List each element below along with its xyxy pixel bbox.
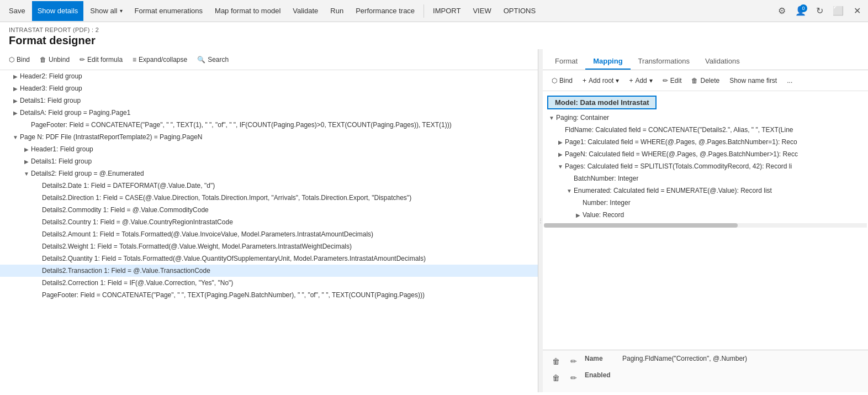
right-bind-button[interactable]: ⬡ Bind	[547, 75, 577, 86]
resize-handle[interactable]: ⋮	[538, 49, 543, 392]
name-label: Name	[585, 355, 618, 362]
tree-item[interactable]: ▶ Header2: Field group	[0, 70, 538, 82]
tab-transformations[interactable]: Transformations	[631, 54, 697, 70]
right-tree-item[interactable]: ▶ PageN: Calculated field = WHERE(@.Page…	[543, 148, 868, 160]
right-tree-item[interactable]: ▶ Page1: Calculated field = WHERE(@.Page…	[543, 136, 868, 148]
show-details-button[interactable]: Show details	[32, 1, 84, 21]
add-chevron: ▾	[649, 77, 653, 85]
horizontal-scrollbar[interactable]	[544, 223, 867, 228]
refresh-icon[interactable]: ↻	[812, 3, 827, 19]
bottom-delete-button-2[interactable]: 🗑	[549, 371, 563, 385]
right-expand-icon[interactable]: ▶	[556, 138, 565, 146]
tree-item[interactable]: ▶ Details2.Quantity 1: Field = Totals.Fo…	[0, 252, 538, 265]
tree-item[interactable]: ▶ Details2.Commodity 1: Field = @.Value.…	[0, 204, 538, 216]
tree-item[interactable]: ▶ Details2.Correction 1: Field = IF(@.Va…	[0, 277, 538, 289]
right-edit-icon: ✏	[663, 77, 668, 85]
bottom-panel: 🗑 ✏ Name Paging.FldName("Correction", @.…	[543, 350, 868, 392]
name-row: 🗑 ✏ Name Paging.FldName("Correction", @.…	[549, 355, 861, 368]
page-header: INTRASTAT REPORT (PDF) : 2 Format design…	[0, 22, 868, 49]
tab-validations[interactable]: Validations	[697, 54, 748, 70]
right-expand-icon[interactable]: ▼	[565, 186, 574, 195]
right-tree-item[interactable]: ▼ Enumerated: Calculated field = ENUMERA…	[543, 185, 868, 197]
bottom-edit-button-2[interactable]: ✏	[567, 371, 580, 385]
map-format-to-model-button[interactable]: Map format to model	[209, 1, 286, 21]
add-icon: +	[629, 77, 633, 85]
view-button[interactable]: VIEW	[467, 1, 496, 21]
bottom-delete-button[interactable]: 🗑	[549, 355, 563, 368]
tree-item-selected[interactable]: ▶ Details2.Transaction 1: Field = @.Valu…	[0, 265, 538, 277]
right-expand-icon[interactable]: ▼	[547, 113, 556, 122]
right-edit-button[interactable]: ✏ Edit	[658, 75, 686, 86]
right-panel: Format Mapping Transformations Validatio…	[543, 49, 868, 392]
tab-mapping[interactable]: Mapping	[585, 54, 630, 70]
name-value: Paging.FldName("Correction", @.Number)	[622, 355, 747, 362]
tree-item[interactable]: ▶ Details2.Weight 1: Field = Totals.Form…	[0, 240, 538, 252]
format-enumerations-button[interactable]: Format enumerations	[129, 1, 209, 21]
tree-item[interactable]: ▶ Header1: Field group	[0, 143, 538, 155]
tree-item[interactable]: ▶ Details1: Field group	[0, 94, 538, 107]
right-expand-icon[interactable]: ▶	[556, 150, 565, 159]
tree-item[interactable]: ▶ Details2.Amount 1: Field = Totals.Form…	[0, 228, 538, 240]
right-tree-item[interactable]: ▶ BatchNumber: Integer	[543, 172, 868, 185]
expand-icon[interactable]: ▶	[22, 145, 31, 154]
add-button[interactable]: + Add ▾	[624, 75, 657, 86]
expand-icon[interactable]: ▶	[11, 96, 20, 105]
settings-icon[interactable]: ⚙	[774, 3, 790, 19]
unbind-button[interactable]: 🗑 Unbind	[35, 54, 74, 65]
run-button[interactable]: Run	[325, 1, 349, 21]
tree-item[interactable]: ▶ Details2.Date 1: Field = DATEFORMAT(@.…	[0, 180, 538, 192]
right-tree-item[interactable]: ▶ Value: Record	[543, 209, 868, 221]
scrollbar-thumb	[544, 223, 738, 228]
save-button[interactable]: Save	[3, 1, 31, 21]
right-tree-content: Model: Data model Intrastat ▼ Paging: Co…	[543, 91, 868, 350]
right-expand-icon[interactable]: ▶	[574, 210, 583, 219]
enabled-label: Enabled	[585, 371, 618, 379]
maximize-icon[interactable]: ⬜	[830, 3, 846, 19]
right-expand-icon[interactable]: ▼	[556, 162, 565, 171]
add-root-button[interactable]: + Add root ▾	[578, 75, 623, 86]
tree-item[interactable]: ▼ Page N: PDF File (IntrastatReportTempl…	[0, 131, 538, 143]
tree-item[interactable]: ▶ PageFooter: Field = CONCATENATE("Page"…	[0, 289, 538, 301]
tree-item[interactable]: ▶ Details2.Country 1: Field = @.Value.Co…	[0, 216, 538, 228]
right-tree-item[interactable]: ▼ Paging: Container	[543, 112, 868, 124]
expand-collapse-button[interactable]: ≡ Expand/collapse	[128, 54, 192, 65]
right-tree-item[interactable]: ▼ Pages: Calculated field = SPLITLIST(To…	[543, 160, 868, 172]
tab-format[interactable]: Format	[547, 54, 585, 70]
import-button[interactable]: IMPORT	[427, 1, 466, 21]
add-root-icon: +	[583, 77, 586, 85]
expand-icon[interactable]: ▶	[22, 157, 31, 166]
tree-item[interactable]: ▶ DetailsA: Field group = Paging.Page1	[0, 107, 538, 119]
show-name-first-button[interactable]: Show name first	[725, 75, 781, 86]
tree-item[interactable]: ▶ Details1: Field group	[0, 155, 538, 167]
search-button[interactable]: 🔍 Search	[193, 54, 233, 65]
main-content: ⬡ Bind 🗑 Unbind ✏ Edit formula ≡ Expand/…	[0, 49, 868, 392]
right-tree-item[interactable]: ▶ Number: Integer	[543, 197, 868, 209]
validate-button[interactable]: Validate	[287, 1, 324, 21]
tree-item[interactable]: ▶ Header3: Field group	[0, 82, 538, 94]
performance-trace-button[interactable]: Performance trace	[350, 1, 420, 21]
expand-icon[interactable]: ▼	[22, 169, 31, 178]
bottom-edit-button[interactable]: ✏	[567, 355, 580, 368]
options-button[interactable]: OPTIONS	[498, 1, 542, 21]
tabs-row: Format Mapping Transformations Validatio…	[543, 49, 868, 70]
expand-icon[interactable]: ▶	[11, 72, 20, 81]
expand-icon[interactable]: ▶	[11, 84, 20, 93]
right-delete-button[interactable]: 🗑 Delete	[687, 75, 724, 86]
edit-formula-icon: ✏	[80, 56, 85, 64]
bind-button[interactable]: ⬡ Bind	[4, 54, 34, 65]
toolbar-right: ⚙ 👤 0 ↻ ⬜ ✕	[774, 3, 865, 19]
tree-item[interactable]: ▼ Details2: Field group = @.Enumerated	[0, 167, 538, 180]
left-panel: ⬡ Bind 🗑 Unbind ✏ Edit formula ≡ Expand/…	[0, 49, 538, 392]
user-icon[interactable]: 👤 0	[793, 3, 808, 19]
more-options-button[interactable]: ...	[782, 75, 797, 86]
edit-formula-button[interactable]: ✏ Edit formula	[75, 54, 127, 65]
right-tree-item[interactable]: ▶ FldName: Calculated field = CONCATENAT…	[543, 124, 868, 136]
show-all-button[interactable]: Show all	[84, 1, 128, 21]
search-icon: 🔍	[197, 56, 205, 64]
expand-icon[interactable]: ▼	[11, 133, 20, 141]
right-delete-icon: 🗑	[691, 77, 698, 85]
tree-item[interactable]: ▶ PageFooter: Field = CONCATENATE("Page"…	[0, 119, 538, 131]
expand-icon[interactable]: ▶	[11, 108, 20, 117]
close-icon[interactable]: ✕	[849, 3, 865, 19]
tree-item[interactable]: ▶ Details2.Direction 1: Field = CASE(@.V…	[0, 192, 538, 204]
